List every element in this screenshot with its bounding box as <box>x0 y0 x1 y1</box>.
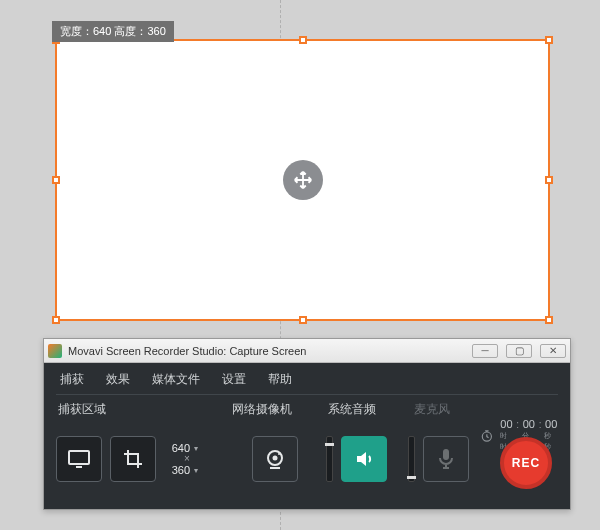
dim-separator: × <box>162 454 212 464</box>
webcam-toggle[interactable] <box>252 436 298 482</box>
height-dropdown[interactable]: ▾ <box>190 466 202 475</box>
menu-settings[interactable]: 设置 <box>222 371 246 388</box>
menu-divider <box>56 394 558 395</box>
monitor-icon <box>68 450 90 468</box>
label-mic: 麦克风 <box>414 401 450 418</box>
label-webcam: 网络摄像机 <box>232 401 292 418</box>
webcam-icon <box>264 448 286 470</box>
clock-icon <box>480 429 494 443</box>
recorder-window: Movavi Screen Recorder Studio: Capture S… <box>43 338 571 510</box>
width-label: 宽度： <box>60 25 93 37</box>
resize-handle-tc[interactable] <box>299 36 307 44</box>
resize-handle-br[interactable] <box>545 316 553 324</box>
min-button[interactable]: ─ <box>472 344 498 358</box>
speaker-icon <box>353 448 375 470</box>
crop-icon <box>123 449 143 469</box>
resize-handle-bl[interactable] <box>52 316 60 324</box>
label-sysaudio: 系统音频 <box>328 401 376 418</box>
resize-handle-lc[interactable] <box>52 176 60 184</box>
svg-point-3 <box>278 453 280 455</box>
timer-s: 00 <box>545 419 557 430</box>
menu-capture[interactable]: 捕获 <box>60 371 84 388</box>
move-area-button[interactable] <box>283 160 323 200</box>
window-title: Movavi Screen Recorder Studio: Capture S… <box>68 345 472 357</box>
timer-h: 00 <box>500 419 512 430</box>
mic-toggle[interactable] <box>423 436 469 482</box>
menu-bar: 捕获 效果 媒体文件 设置 帮助 <box>56 363 558 394</box>
timer-m: 00 <box>523 419 535 430</box>
height-value: 360 <box>147 25 165 37</box>
label-area: 捕获区域 <box>58 401 106 418</box>
width-value: 640 <box>93 25 111 37</box>
crop-button[interactable] <box>110 436 156 482</box>
mic-slider[interactable] <box>408 436 415 482</box>
close-button[interactable]: ✕ <box>540 344 566 358</box>
max-button[interactable]: ▢ <box>506 344 532 358</box>
svg-point-2 <box>273 456 278 461</box>
sysaudio-toggle[interactable] <box>341 436 387 482</box>
width-dropdown[interactable]: ▾ <box>190 444 202 453</box>
move-icon <box>292 169 314 191</box>
svg-rect-4 <box>443 449 449 460</box>
height-field[interactable]: 360 <box>162 464 190 476</box>
height-label: 高度： <box>114 25 147 37</box>
microphone-icon <box>436 448 456 470</box>
resize-handle-bc[interactable] <box>299 316 307 324</box>
app-icon <box>48 344 62 358</box>
titlebar[interactable]: Movavi Screen Recorder Studio: Capture S… <box>44 339 570 363</box>
dimensions-badge: 宽度：640 高度：360 <box>52 21 174 42</box>
mic-thumb[interactable] <box>407 476 416 479</box>
sysaudio-slider[interactable] <box>326 436 333 482</box>
sysaudio-thumb[interactable] <box>325 443 334 446</box>
menu-effects[interactable]: 效果 <box>106 371 130 388</box>
menu-media[interactable]: 媒体文件 <box>152 371 200 388</box>
record-button[interactable]: REC <box>500 437 552 489</box>
svg-rect-0 <box>69 451 89 464</box>
resize-handle-tr[interactable] <box>545 36 553 44</box>
dimension-stepper: 640 ▾ × 360 ▾ <box>162 442 212 476</box>
menu-help[interactable]: 帮助 <box>268 371 292 388</box>
capture-area[interactable] <box>55 39 550 321</box>
resize-handle-rc[interactable] <box>545 176 553 184</box>
fullscreen-button[interactable] <box>56 436 102 482</box>
record-label: REC <box>512 456 540 470</box>
